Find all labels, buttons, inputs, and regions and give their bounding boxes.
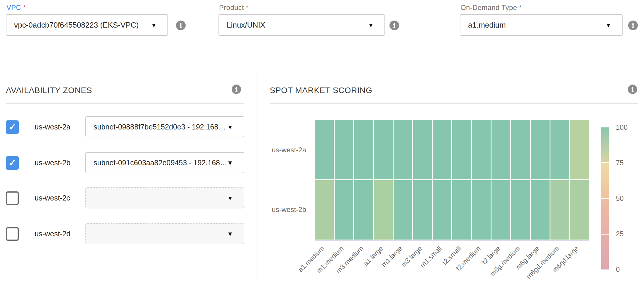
- info-icon[interactable]: i: [389, 21, 399, 30]
- heatmap-cell: [374, 120, 393, 179]
- on-demand-type-label: On-Demand Type*: [460, 4, 522, 12]
- info-icon-glyph: i: [180, 22, 182, 29]
- vpc-field: VPC* vpc-0adcb70f645508223 (EKS-VPC) ▼ i: [6, 3, 199, 41]
- spot-market-scoring-title: SPOT MARKET SCORING: [270, 86, 372, 95]
- product-label-text: Product: [219, 4, 244, 11]
- heatmap-cell: [472, 120, 491, 179]
- heatmap-cell: [452, 120, 471, 179]
- info-icon-glyph: i: [632, 22, 634, 29]
- colorbar-tick-label: 100: [616, 123, 639, 132]
- required-marker: *: [519, 4, 522, 11]
- on-demand-type-field: On-Demand Type* a1.medium ▼ i: [460, 3, 644, 41]
- heatmap-cell: [492, 120, 510, 179]
- colorbar-segment: [601, 127, 609, 162]
- heatmap-cell: [531, 120, 550, 179]
- heatmap-cell: [511, 120, 530, 179]
- required-marker: *: [23, 4, 26, 11]
- heatmap-row-label: us-west-2b: [249, 205, 306, 214]
- product-select[interactable]: Linux/UNIX ▼: [218, 14, 385, 36]
- info-icon[interactable]: i: [232, 85, 241, 94]
- heatmap-cell: [413, 120, 432, 179]
- subnet-select-value: subnet-091c603aa82e09453 - 192.168…: [86, 159, 227, 167]
- colorbar-tick-label: 0: [616, 265, 639, 274]
- heatmap-cell: [433, 180, 452, 240]
- product-label: Product*: [219, 4, 248, 12]
- info-icon[interactable]: i: [628, 85, 637, 94]
- az-row-us-west-2c: ✓ us-west-2c ▼: [6, 187, 245, 209]
- heatmap-cell: [570, 180, 589, 240]
- colorbar-segment: [601, 163, 609, 198]
- vpc-label-text: VPC: [6, 4, 21, 11]
- heatmap-cell: [394, 180, 412, 240]
- chevron-down-icon: ▼: [227, 195, 244, 201]
- chevron-down-icon: ▼: [227, 160, 244, 166]
- heatmap-cell: [315, 180, 334, 240]
- section-divider: [6, 103, 244, 104]
- heatmap-cell: [413, 180, 432, 240]
- az-checkbox-us-west-2c[interactable]: ✓: [6, 191, 19, 205]
- chevron-down-icon: ▼: [151, 22, 167, 28]
- heatmap-cell: [550, 120, 569, 179]
- heatmap-cell: [315, 120, 334, 179]
- subnet-select-us-west-2d[interactable]: ▼: [85, 223, 244, 244]
- heatmap-cell: [374, 180, 393, 240]
- availability-zones-title: AVAILABILITY ZONES: [6, 86, 92, 95]
- heatmap-cell: [531, 180, 550, 240]
- info-icon[interactable]: i: [628, 21, 638, 30]
- az-zone-label: us-west-2d: [35, 230, 70, 238]
- az-row-us-west-2d: ✓ us-west-2d ▼: [6, 223, 245, 245]
- panel-divider: [257, 70, 257, 283]
- az-zone-label: us-west-2c: [35, 194, 70, 202]
- heatmap-cell: [511, 180, 530, 240]
- az-checkbox-us-west-2a[interactable]: ✓: [6, 120, 19, 134]
- product-select-value: Linux/UNIX: [219, 21, 368, 30]
- heatmap-cell: [335, 180, 353, 240]
- info-icon-glyph: i: [235, 86, 238, 93]
- heatmap-row-label: us-west-2a: [249, 146, 306, 154]
- colorbar-tick-label: 75: [616, 159, 639, 167]
- heatmap-cell: [550, 180, 569, 240]
- chevron-down-icon: ▼: [605, 22, 622, 28]
- subnet-select-us-west-2c[interactable]: ▼: [85, 187, 244, 208]
- heatmap-baseline: [315, 240, 589, 241]
- heatmap-column-label: a1.medium: [275, 245, 326, 283]
- chevron-down-icon: ▼: [227, 231, 244, 237]
- info-icon[interactable]: i: [176, 21, 186, 30]
- required-marker: *: [246, 4, 249, 11]
- colorbar-legend: [601, 127, 609, 269]
- az-row-us-west-2b: ✓ us-west-2b subnet-091c603aa82e09453 - …: [6, 152, 245, 174]
- vpc-select[interactable]: vpc-0adcb70f645508223 (EKS-VPC) ▼: [6, 14, 168, 36]
- az-checkbox-us-west-2d[interactable]: ✓: [6, 227, 19, 241]
- vpc-select-value: vpc-0adcb70f645508223 (EKS-VPC): [6, 21, 151, 30]
- heatmap-cell: [472, 180, 491, 240]
- heatmap-cell: [354, 120, 373, 179]
- heatmap-cell: [492, 180, 510, 240]
- subnet-select-us-west-2a[interactable]: subnet-09888f7be5152d0e3 - 192.168… ▼: [85, 116, 244, 137]
- heatmap-cell: [452, 180, 471, 240]
- info-icon-glyph: i: [631, 86, 634, 93]
- product-field: Product* Linux/UNIX ▼ i: [218, 3, 412, 41]
- heatmap-grid: [315, 120, 589, 240]
- colorbar-segment: [601, 235, 609, 269]
- az-checkbox-us-west-2b[interactable]: ✓: [6, 156, 19, 170]
- subnet-select-us-west-2b[interactable]: subnet-091c603aa82e09453 - 192.168… ▼: [85, 152, 244, 173]
- vpc-label: VPC*: [6, 4, 26, 12]
- spot-instance-config-page: VPC* vpc-0adcb70f645508223 (EKS-VPC) ▼ i…: [0, 0, 644, 283]
- heatmap-cell: [335, 120, 353, 179]
- heatmap-cell: [394, 120, 412, 179]
- az-zone-label: us-west-2a: [35, 123, 70, 131]
- colorbar-tick-label: 50: [616, 194, 639, 203]
- colorbar-segment: [601, 199, 609, 234]
- heatmap-cell: [354, 180, 373, 240]
- colorbar-tick-label: 25: [616, 230, 639, 238]
- chevron-down-icon: ▼: [368, 22, 384, 28]
- subnet-select-value: subnet-09888f7be5152d0e3 - 192.168…: [86, 123, 227, 131]
- section-divider: [270, 103, 638, 104]
- chevron-down-icon: ▼: [227, 124, 244, 130]
- on-demand-type-select[interactable]: a1.medium ▼: [460, 14, 623, 36]
- heatmap-cell: [570, 120, 589, 179]
- heatmap-cell: [433, 120, 452, 179]
- az-zone-label: us-west-2b: [35, 159, 70, 167]
- az-row-us-west-2a: ✓ us-west-2a subnet-09888f7be5152d0e3 - …: [6, 116, 245, 138]
- info-icon-glyph: i: [393, 22, 396, 29]
